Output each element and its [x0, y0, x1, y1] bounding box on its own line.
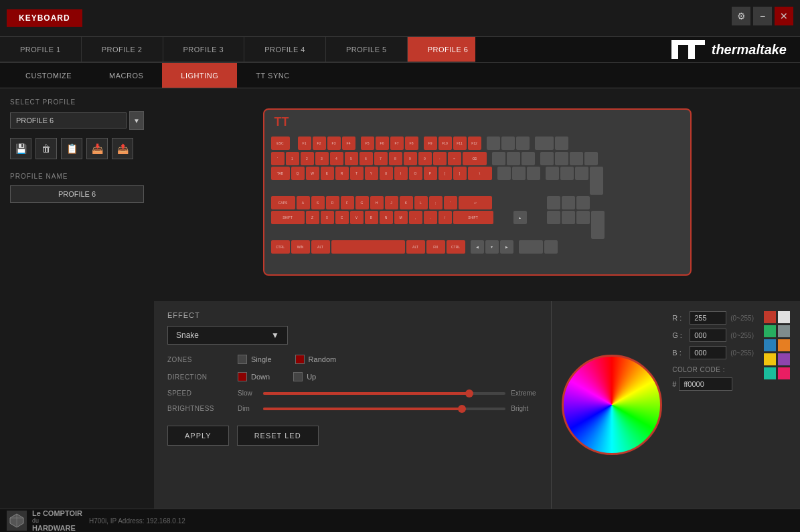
key-f12[interactable]: F12	[468, 137, 481, 150]
key-4[interactable]: 4	[330, 152, 343, 165]
key-right[interactable]: ▶	[500, 240, 513, 254]
brightness-slider-thumb[interactable]	[458, 405, 466, 413]
swatch-orange[interactable]	[778, 339, 790, 351]
key-numdiv[interactable]	[555, 152, 568, 165]
key-fn[interactable]: FN	[426, 240, 445, 254]
key-equals[interactable]: =	[448, 152, 461, 165]
apply-button[interactable]: APPLY	[167, 426, 229, 446]
key-d[interactable]: D	[326, 196, 339, 209]
close-button[interactable]: ✕	[775, 7, 793, 25]
direction-up-checkbox[interactable]	[293, 372, 303, 381]
export-profile-button[interactable]: 📤	[112, 138, 133, 159]
reset-led-button[interactable]: RESET LED	[237, 426, 319, 446]
key-f2[interactable]: F2	[313, 137, 326, 150]
key-r[interactable]: R	[335, 167, 349, 180]
key-esc[interactable]: ESC	[271, 137, 290, 150]
nav-tab-ttsync[interactable]: TT SYNC	[237, 63, 308, 88]
key-f6[interactable]: F6	[376, 137, 389, 150]
key-num3[interactable]	[576, 211, 590, 224]
zones-random-option[interactable]: Random	[295, 355, 337, 364]
zones-single-option[interactable]: Single	[238, 355, 272, 364]
profile-name-input[interactable]	[10, 185, 144, 203]
direction-down-option[interactable]: Down	[238, 372, 270, 381]
key-8[interactable]: 8	[389, 152, 402, 165]
key-h[interactable]: H	[370, 196, 384, 209]
profile-tab-1[interactable]: PROFILE 1	[0, 37, 82, 62]
select-arrow-icon[interactable]: ▼	[129, 111, 144, 130]
save-profile-button[interactable]: 💾	[10, 138, 31, 159]
key-del[interactable]	[497, 167, 511, 180]
speed-slider-thumb[interactable]	[465, 389, 473, 397]
key-space[interactable]	[331, 240, 405, 254]
zones-single-checkbox[interactable]	[238, 355, 247, 364]
key-slash[interactable]: /	[438, 211, 452, 224]
key-7[interactable]: 7	[374, 152, 388, 165]
swatch-green[interactable]	[764, 325, 776, 337]
speed-slider-track[interactable]	[263, 392, 505, 395]
key-s[interactable]: S	[311, 196, 325, 209]
key-5[interactable]: 5	[345, 152, 358, 165]
key-j[interactable]: J	[385, 196, 398, 209]
profile-tab-2[interactable]: PROFILE 2	[82, 37, 163, 62]
key-lshift[interactable]: SHIFT	[271, 211, 305, 224]
key-pgdn[interactable]	[527, 167, 540, 180]
key-g[interactable]: G	[355, 196, 369, 209]
key-x[interactable]: X	[321, 211, 334, 224]
key-p[interactable]: P	[424, 167, 437, 180]
key-end[interactable]	[512, 167, 526, 180]
profile-select[interactable]: PROFILE 6	[10, 112, 127, 128]
key-b[interactable]: B	[365, 211, 378, 224]
key-f5[interactable]: F5	[361, 137, 374, 150]
key-rshift[interactable]: SHIFT	[453, 211, 493, 224]
key-num1[interactable]	[547, 211, 560, 224]
key-quote[interactable]: '	[444, 196, 457, 209]
b-input[interactable]	[690, 346, 726, 359]
key-num9[interactable]	[575, 167, 588, 180]
nav-tab-macros[interactable]: MACROS	[90, 63, 162, 88]
key-capslock[interactable]: CAPS	[271, 196, 295, 209]
key-pgup[interactable]	[522, 152, 535, 165]
key-e[interactable]: E	[321, 167, 334, 180]
profile-tab-3[interactable]: PROFILE 3	[163, 37, 245, 62]
swatch-blue[interactable]	[764, 339, 776, 351]
key-rbracket[interactable]: ]	[453, 167, 467, 180]
key-numdot[interactable]	[544, 240, 558, 254]
key-num8[interactable]	[560, 167, 574, 180]
key-6[interactable]: 6	[359, 152, 373, 165]
key-insert[interactable]	[492, 152, 505, 165]
key-backslash[interactable]: \	[468, 167, 492, 180]
nav-tab-customize[interactable]: CUSTOMIZE	[7, 63, 90, 88]
key-f1[interactable]: F1	[298, 137, 311, 150]
key-pause[interactable]	[516, 137, 530, 150]
swatch-purple[interactable]	[778, 353, 790, 365]
zones-random-checkbox[interactable]	[295, 355, 305, 364]
key-vol-mute[interactable]	[555, 137, 568, 150]
key-num6[interactable]	[576, 196, 590, 209]
key-num7[interactable]	[546, 167, 559, 180]
swatch-yellow[interactable]	[764, 353, 776, 365]
minimize-button[interactable]: −	[753, 7, 772, 25]
key-tab[interactable]: TAB	[271, 167, 290, 180]
key-enter[interactable]: ↵	[459, 196, 492, 209]
key-f11[interactable]: F11	[453, 137, 467, 150]
settings-button[interactable]: ⚙	[732, 7, 750, 25]
key-m[interactable]: M	[394, 211, 408, 224]
key-left[interactable]: ◀	[471, 240, 484, 254]
nav-tab-lighting[interactable]: LIGHTING	[162, 63, 237, 88]
key-period[interactable]: .	[424, 211, 437, 224]
swatch-red[interactable]	[764, 311, 776, 323]
r-input[interactable]	[690, 311, 726, 325]
delete-profile-button[interactable]: 🗑	[35, 138, 57, 159]
hex-input[interactable]	[679, 377, 732, 391]
swatch-pink[interactable]	[778, 367, 790, 379]
key-lctrl[interactable]: CTRL	[271, 240, 290, 254]
key-f3[interactable]: F3	[327, 137, 341, 150]
key-backtick[interactable]: `	[271, 152, 285, 165]
key-f4[interactable]: F4	[342, 137, 355, 150]
direction-up-option[interactable]: Up	[293, 372, 316, 381]
key-i[interactable]: I	[394, 167, 408, 180]
key-0[interactable]: 0	[418, 152, 432, 165]
key-ralt[interactable]: ALT	[406, 240, 425, 254]
key-rctrl[interactable]: CTRL	[447, 240, 465, 254]
keyboard-button[interactable]: KEYBOARD	[7, 9, 82, 27]
